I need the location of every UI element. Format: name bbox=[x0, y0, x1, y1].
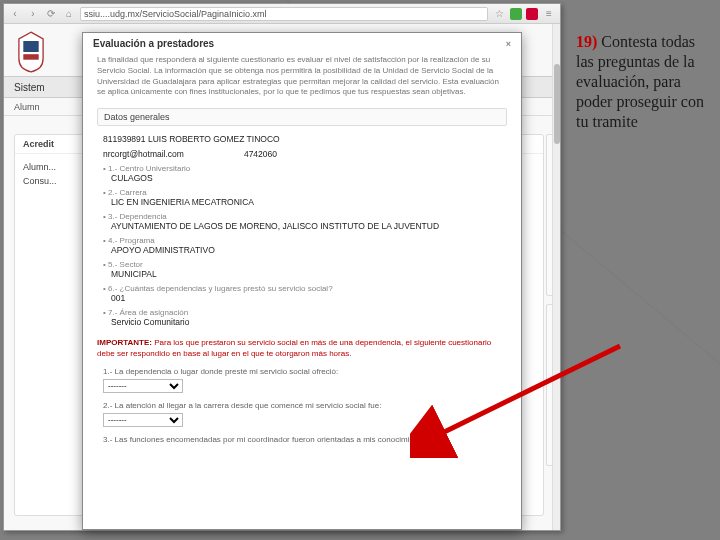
q1-text: 1.- La dependencia o lugar donde presté … bbox=[103, 367, 501, 376]
bookmark-icon[interactable]: ☆ bbox=[492, 7, 506, 21]
question-2: 2.- La atención al llegar a la carrera d… bbox=[83, 397, 521, 431]
close-icon[interactable]: × bbox=[506, 39, 511, 49]
step-number: 19) bbox=[576, 33, 597, 50]
sector-label: 5.- Sector bbox=[103, 260, 143, 269]
student-code: 811939891 LUIS ROBERTO GOMEZ TINOCO bbox=[103, 134, 280, 144]
modal-title-bar: Evaluación a prestadores × bbox=[83, 33, 521, 52]
extension-red-icon[interactable] bbox=[526, 8, 538, 20]
menu-icon[interactable]: ≡ bbox=[542, 7, 556, 21]
centro-value: CULAGOS bbox=[111, 173, 153, 183]
dependencia-label: 3.- Dependencia bbox=[103, 212, 167, 221]
address-bar[interactable] bbox=[80, 7, 488, 21]
modal-intro: La finalidad que responderá al siguiente… bbox=[83, 52, 521, 106]
centro-label: 1.- Centro Universitario bbox=[103, 164, 190, 173]
dependencia-value: AYUNTAMIENTO DE LAGOS DE MORENO, JALISCO… bbox=[111, 221, 439, 231]
page-scrollbar[interactable] bbox=[552, 24, 560, 530]
dep-count-value: 001 bbox=[111, 293, 125, 303]
q2-text: 2.- La atención al llegar a la carrera d… bbox=[103, 401, 501, 410]
section-header: Datos generales bbox=[97, 108, 507, 126]
svg-rect-0 bbox=[23, 41, 38, 52]
reload-button[interactable]: ⟳ bbox=[44, 7, 58, 21]
important-note: IMPORTANTE: Para los que prestaron su se… bbox=[97, 338, 507, 359]
programa-value: APOYO ADMINISTRATIVO bbox=[111, 245, 215, 255]
udg-logo bbox=[14, 30, 48, 74]
student-data: 811939891 LUIS ROBERTO GOMEZ TINOCO nrco… bbox=[83, 128, 521, 334]
student-email: nrcorgt@hotmail.com bbox=[103, 149, 184, 159]
q2-select[interactable]: ------- bbox=[103, 413, 183, 427]
carrera-value: LIC EN INGENIERIA MECATRONICA bbox=[111, 197, 254, 207]
area-value: Servicio Comunitario bbox=[111, 317, 189, 327]
dep-count-label: 6.- ¿Cuántas dependencias y lugares pres… bbox=[103, 284, 333, 293]
back-button[interactable]: ‹ bbox=[8, 7, 22, 21]
programa-label: 4.- Programa bbox=[103, 236, 155, 245]
q3-text: 3.- Las funciones encomendadas por mi co… bbox=[103, 435, 501, 444]
scrollbar-thumb[interactable] bbox=[554, 64, 560, 144]
student-phone: 4742060 bbox=[244, 149, 277, 159]
question-3: 3.- Las funciones encomendadas por mi co… bbox=[83, 431, 521, 451]
forward-button[interactable]: › bbox=[26, 7, 40, 21]
carrera-label: 2.- Carrera bbox=[103, 188, 147, 197]
browser-toolbar: ‹ › ⟳ ⌂ ☆ ≡ bbox=[4, 4, 560, 24]
instruction-text: 19) Contesta todas las preguntas de la e… bbox=[576, 32, 706, 132]
q1-select[interactable]: ------- bbox=[103, 379, 183, 393]
extension-icon[interactable] bbox=[510, 8, 522, 20]
sector-value: MUNICIPAL bbox=[111, 269, 157, 279]
svg-rect-1 bbox=[23, 54, 38, 60]
area-label: 7.- Área de asignación bbox=[103, 308, 188, 317]
home-button[interactable]: ⌂ bbox=[62, 7, 76, 21]
question-1: 1.- La dependencia o lugar donde presté … bbox=[83, 363, 521, 397]
modal-title: Evaluación a prestadores bbox=[93, 38, 214, 49]
evaluation-modal: Evaluación a prestadores × La finalidad … bbox=[82, 32, 522, 530]
browser-window: ‹ › ⟳ ⌂ ☆ ≡ Sistem Alumn Acredit Alumn..… bbox=[3, 3, 561, 531]
